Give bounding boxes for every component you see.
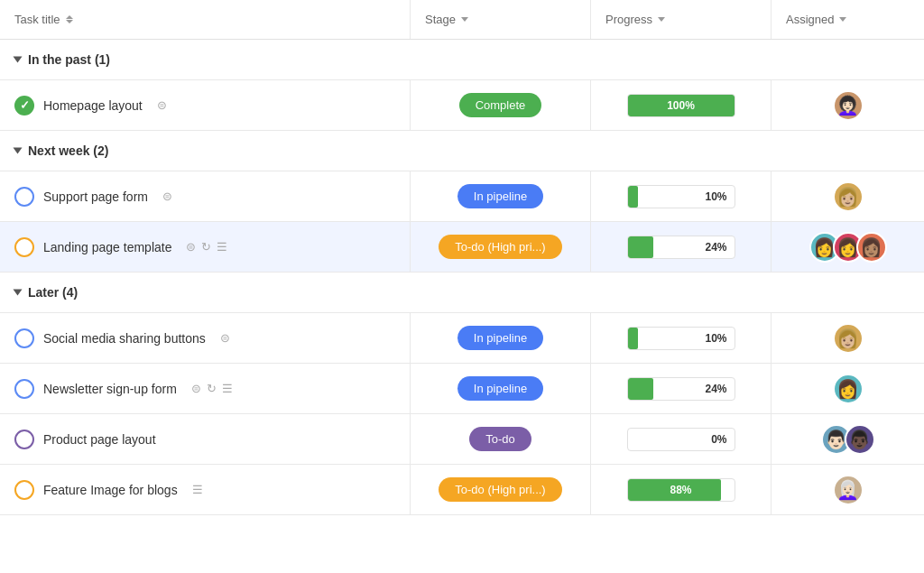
subtask-icon[interactable]: ☰ xyxy=(192,483,203,496)
avatar-group: 👩🏻‍🦳 xyxy=(833,475,864,505)
avatar: 👩🏼 xyxy=(833,323,864,354)
avatar: 👩🏽 xyxy=(856,232,887,263)
attachment-icon[interactable]: ⊜ xyxy=(220,331,230,345)
stage-badge[interactable]: To-do (High pri...) xyxy=(439,235,561,259)
task-table: Task title Stage Progress Assigned In th… xyxy=(0,0,924,515)
stage-cell[interactable]: In pipeline xyxy=(411,171,591,221)
stage-cell[interactable]: To-do (High pri...) xyxy=(411,465,591,514)
task-title-cell: Product page layout xyxy=(0,414,411,464)
task-name: Support page form xyxy=(43,189,148,204)
progress-value: 0% xyxy=(711,433,726,446)
avatar-group: 👩👩👩🏽 xyxy=(809,232,887,263)
avatar-group: 👨🏻👨🏿 xyxy=(821,424,875,455)
progress-value: 10% xyxy=(705,190,726,203)
progress-value: 100% xyxy=(628,99,735,112)
progress-label: Progress xyxy=(605,13,652,26)
subtask-icon[interactable]: ☰ xyxy=(222,382,233,395)
task-title-cell: Landing page template ⊜↻☰ xyxy=(0,222,411,272)
group-header-next-week[interactable]: Next week (2) xyxy=(0,131,924,171)
task-name: Product page layout xyxy=(43,432,156,447)
progress-bar: 10% xyxy=(627,185,735,208)
stage-badge[interactable]: In pipeline xyxy=(457,326,543,350)
assigned-header[interactable]: Assigned xyxy=(772,0,924,39)
task-icons: ⊜ xyxy=(157,98,167,112)
attachment-icon[interactable]: ⊜ xyxy=(162,189,172,203)
progress-bar: 24% xyxy=(627,377,735,401)
assigned-cell: 👩🏻‍🦳 xyxy=(772,465,924,514)
repeat-icon[interactable]: ↻ xyxy=(207,382,217,395)
progress-value: 88% xyxy=(628,484,735,496)
assigned-cell: 👩🏼 xyxy=(772,171,924,221)
avatar: 👩🏻‍🦱 xyxy=(833,90,864,121)
table-row: Landing page template ⊜↻☰ To-do (High pr… xyxy=(0,222,924,273)
repeat-icon[interactable]: ↻ xyxy=(201,240,211,254)
group-header-later[interactable]: Later (4) xyxy=(0,273,924,313)
progress-bar: 0% xyxy=(627,428,735,451)
stage-cell[interactable]: In pipeline xyxy=(411,364,591,413)
groups-container: In the past (1) Homepage layout ⊜ Comple… xyxy=(0,40,924,515)
progress-value: 10% xyxy=(705,332,726,345)
stage-cell[interactable]: To-do (High pri...) xyxy=(411,222,591,272)
stage-badge[interactable]: Complete xyxy=(459,93,542,117)
task-icons: ⊜↻☰ xyxy=(191,382,233,395)
stage-badge[interactable]: To-do xyxy=(469,427,531,451)
status-todo-icon xyxy=(14,430,34,449)
stage-chevron-icon xyxy=(461,17,468,22)
group-chevron-icon xyxy=(14,57,23,63)
table-row: Product page layout To-do 0% 👨🏻👨🏿 xyxy=(0,414,924,465)
stage-badge[interactable]: In pipeline xyxy=(457,184,543,208)
task-icons: ⊜↻☰ xyxy=(186,240,227,254)
table-row: Homepage layout ⊜ Complete 100% 👩🏻‍🦱 xyxy=(0,80,924,131)
task-name: Homepage layout xyxy=(43,98,143,113)
avatar: 👨🏿 xyxy=(845,424,875,455)
stage-badge[interactable]: In pipeline xyxy=(457,376,543,401)
progress-cell: 88% xyxy=(591,465,772,514)
group-label: Next week (2) xyxy=(28,143,108,158)
status-in-pipeline-icon xyxy=(14,328,34,348)
task-icons: ⊜ xyxy=(162,189,172,203)
assigned-cell: 👨🏻👨🏿 xyxy=(772,414,924,464)
task-name: Feature Image for blogs xyxy=(43,483,178,497)
stage-cell[interactable]: In pipeline xyxy=(411,313,591,363)
status-in-pipeline-icon xyxy=(14,379,34,399)
progress-bar: 100% xyxy=(627,94,735,117)
status-todo-high-icon xyxy=(14,237,34,257)
table-row: Newsletter sign-up form ⊜↻☰ In pipeline … xyxy=(0,364,924,414)
stage-cell[interactable]: To-do xyxy=(411,414,591,464)
progress-cell: 0% xyxy=(591,414,772,464)
avatar-group: 👩 xyxy=(833,374,864,404)
stage-cell[interactable]: Complete xyxy=(411,80,591,130)
progress-cell: 24% xyxy=(591,222,772,272)
attachment-icon[interactable]: ⊜ xyxy=(186,240,196,254)
avatar: 👩🏼 xyxy=(833,181,864,212)
task-name: Newsletter sign-up form xyxy=(43,382,177,396)
task-title-cell: Newsletter sign-up form ⊜↻☰ xyxy=(0,364,411,413)
group-header-in-the-past[interactable]: In the past (1) xyxy=(0,40,924,80)
task-icons: ⊜ xyxy=(220,331,230,345)
task-icons: ☰ xyxy=(192,483,203,496)
assigned-cell: 👩 xyxy=(772,364,924,413)
status-complete-icon xyxy=(14,96,34,116)
group-chevron-icon xyxy=(14,148,23,154)
task-title-header[interactable]: Task title xyxy=(0,0,411,39)
avatar-group: 👩🏻‍🦱 xyxy=(833,90,864,121)
status-todo-high-icon xyxy=(14,480,34,500)
subtask-icon[interactable]: ☰ xyxy=(217,240,227,254)
table-row: Support page form ⊜ In pipeline 10% 👩🏼 xyxy=(0,171,924,222)
progress-cell: 100% xyxy=(591,80,772,130)
stage-badge[interactable]: To-do (High pri...) xyxy=(439,477,561,502)
avatar-group: 👩🏼 xyxy=(833,181,864,212)
assigned-chevron-icon xyxy=(839,17,846,22)
progress-header[interactable]: Progress xyxy=(591,0,772,39)
progress-chevron-icon xyxy=(658,17,665,22)
task-title-cell: Feature Image for blogs ☰ xyxy=(0,465,411,514)
assigned-cell: 👩🏼 xyxy=(772,313,924,363)
avatar-group: 👩🏼 xyxy=(833,323,864,354)
table-row: Feature Image for blogs ☰ To-do (High pr… xyxy=(0,465,924,515)
assigned-cell: 👩🏻‍🦱 xyxy=(772,80,924,130)
progress-value: 24% xyxy=(705,383,726,395)
task-title-cell: Support page form ⊜ xyxy=(0,171,411,221)
attachment-icon[interactable]: ⊜ xyxy=(191,382,201,395)
attachment-icon[interactable]: ⊜ xyxy=(157,98,167,112)
stage-header[interactable]: Stage xyxy=(411,0,591,39)
